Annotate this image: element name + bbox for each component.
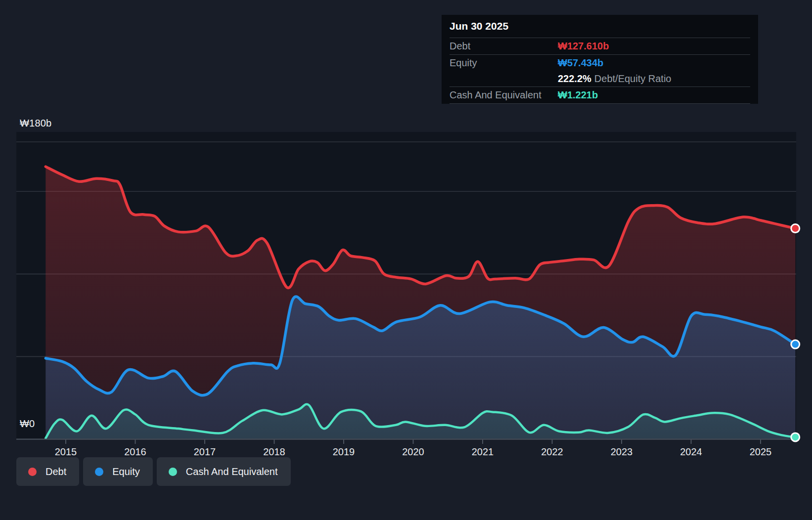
x-axis-label-2024: 2024 [680,446,702,457]
tooltip-ratio-row: 222.2% Debt/Equity Ratio [450,71,750,87]
x-axis-label-2017: 2017 [194,446,216,457]
x-axis-label-2015: 2015 [55,446,77,457]
legend-item-cash[interactable]: Cash And Equivalent [157,457,291,486]
equity-endpoint-marker[interactable] [791,340,800,348]
legend-cash-label: Cash And Equivalent [186,466,278,477]
x-axis-label-2025: 2025 [750,446,772,457]
x-axis-label-2021: 2021 [472,446,494,457]
tooltip-debt-row: Debt ₩127.610b [450,38,750,55]
tooltip-debt-value: ₩127.610b [558,41,609,52]
tooltip-equity-label: Equity [450,57,558,69]
debt-color-dot [28,468,37,476]
debt-endpoint-marker[interactable] [791,224,800,233]
x-axis-label-2016: 2016 [124,446,146,457]
tooltip-equity-row: Equity ₩57.434b [450,55,750,71]
x-axis-label-2022: 2022 [541,446,563,457]
debt-equity-history-chart: 2015201620172018201920202021202220232024… [0,0,812,520]
x-axis-label-2023: 2023 [611,446,633,457]
legend-equity-label: Equity [112,466,140,477]
tooltip-ratio-value: 222.2% [558,73,591,85]
legend: Debt Equity Cash And Equivalent [16,457,291,486]
legend-item-equity[interactable]: Equity [83,457,153,486]
tooltip-ratio-label: Debt/Equity Ratio [594,73,672,85]
tooltip-debt-label: Debt [450,41,558,52]
legend-debt-label: Debt [45,466,66,477]
legend-item-debt[interactable]: Debt [16,457,79,486]
tooltip-cash-row: Cash And Equivalent ₩1.221b [450,87,750,104]
cash-endpoint-marker[interactable] [791,433,800,441]
x-axis-label-2018: 2018 [263,446,285,457]
equity-color-dot [95,468,103,476]
tooltip-equity-value: ₩57.434b [558,57,603,69]
x-axis-label-2020: 2020 [402,446,424,457]
tooltip-cash-label: Cash And Equivalent [450,89,558,101]
x-axis-label-2019: 2019 [333,446,355,457]
y-axis-max-label: ₩180b [20,118,51,129]
tooltip-panel: Jun 30 2025 Debt ₩127.610b Equity ₩57.43… [442,15,758,104]
cash-color-dot [169,468,177,476]
y-axis-zero-label: ₩0 [20,418,35,430]
tooltip-cash-value: ₩1.221b [558,89,598,101]
tooltip-date: Jun 30 2025 [450,15,750,38]
